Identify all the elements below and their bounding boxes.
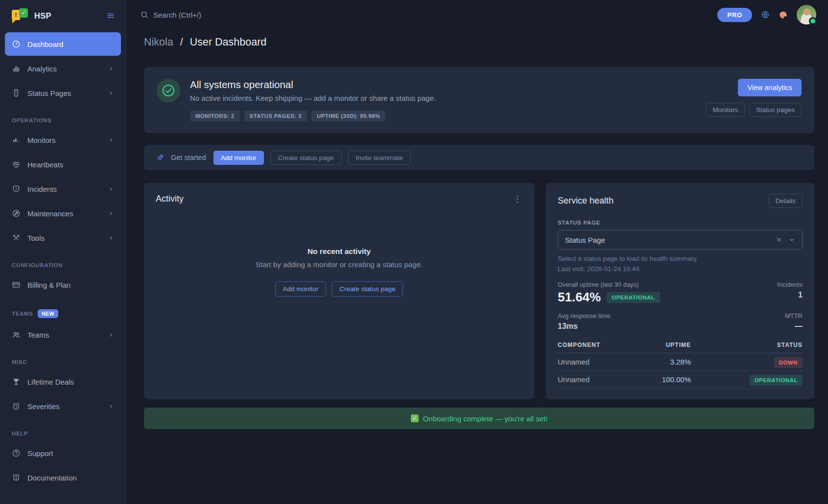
book-icon xyxy=(12,473,21,482)
onboarding-banner: ✓ Onboarding complete — you're all set! xyxy=(144,408,814,429)
component-uptime: 100.00% xyxy=(631,375,691,384)
search-bar[interactable] xyxy=(140,10,717,19)
hero-stat-chip: STATUS PAGES: 3 xyxy=(244,111,307,121)
sidebar-item-incidents[interactable]: Incidents xyxy=(5,177,121,201)
clear-icon[interactable] xyxy=(776,236,782,243)
main-area: PRO Nikola / User Dashboard All systems … xyxy=(126,0,828,504)
sidebar-nav: DashboardAnalyticsStatus PagesOPERATIONS… xyxy=(0,32,126,489)
monitors-button[interactable]: Monitors xyxy=(706,103,745,117)
new-badge: NEW xyxy=(38,309,58,318)
breadcrumb-separator: / xyxy=(180,36,183,48)
add-monitor-button[interactable]: Add monitor xyxy=(213,151,264,165)
sidebar-section-misc: MISC xyxy=(12,359,114,365)
sidebar-item-lifetime-deals[interactable]: Lifetime Deals xyxy=(5,370,121,393)
uptime-status-badge: OPERATIONAL xyxy=(607,292,660,303)
hero-subtitle: No active incidents. Keep shipping — add… xyxy=(190,94,706,102)
search-icon xyxy=(140,10,149,19)
chevron-right-icon xyxy=(108,210,114,217)
view-analytics-button[interactable]: View analytics xyxy=(738,79,802,96)
sidebar-item-billing-plan[interactable]: Billing & Plan xyxy=(5,273,121,297)
uptime-value: 51.64% xyxy=(558,290,601,305)
last-visit-text: Last visit: 2026-01-24 10:44 xyxy=(558,265,803,273)
kebab-menu-icon[interactable]: ⋮ xyxy=(511,193,523,205)
sidebar-section-help: HELP xyxy=(12,431,114,436)
sidebar-item-monitors[interactable]: Monitors xyxy=(5,128,121,152)
sidebar-item-support[interactable]: Support xyxy=(5,441,121,465)
sidebar-item-maintenances[interactable]: Maintenances xyxy=(5,202,121,225)
component-row: Unnamed100.00%OPERATIONAL xyxy=(558,371,803,389)
component-row: Unnamed3.28%DOWN xyxy=(558,353,803,371)
onboarding-text: Onboarding complete — you're all set! xyxy=(423,414,548,423)
tools-icon xyxy=(12,233,21,242)
hero-stat-chip: UPTIME (30D): 99.98% xyxy=(311,111,385,121)
components-table-body: Unnamed3.28%DOWNUnnamed100.00%OPERATIONA… xyxy=(558,353,803,389)
sidebar-item-dashboard[interactable]: Dashboard xyxy=(5,32,121,56)
chevron-right-icon xyxy=(108,186,114,192)
sidebar-item-tools[interactable]: Tools xyxy=(5,226,121,250)
search-input[interactable] xyxy=(153,11,359,19)
details-button[interactable]: Details xyxy=(769,194,803,208)
chevron-right-icon xyxy=(108,403,114,410)
component-name: Unnamed xyxy=(558,358,631,366)
breadcrumb: Nikola / User Dashboard xyxy=(144,36,814,48)
status-hero-card: All systems operational No active incide… xyxy=(144,67,814,133)
status-pages-icon xyxy=(12,89,21,97)
empty-state-title: No recent activity xyxy=(308,247,371,256)
sidebar-section-teams: TEAMSNEW xyxy=(12,309,114,318)
hero-title: All systems operational xyxy=(190,79,706,91)
sidebar-item-analytics[interactable]: Analytics xyxy=(5,57,121,80)
empty-add-monitor-button[interactable]: Add monitor xyxy=(275,281,327,297)
get-started-label: Get started xyxy=(171,154,206,161)
chevron-right-icon xyxy=(108,235,114,241)
check-circle-icon xyxy=(157,79,180,102)
components-table: COMPONENT UPTIME STATUS Unnamed3.28%DOWN… xyxy=(558,338,803,389)
incidents-value: 1 xyxy=(777,291,803,299)
activity-title: Activity xyxy=(156,194,522,204)
activity-card: Activity ⋮ No recent activity Start by a… xyxy=(144,183,534,399)
page-content: Nikola / User Dashboard All systems oper… xyxy=(126,29,828,429)
heartbeats-icon xyxy=(12,160,21,169)
sidebar-item-documentation[interactable]: Documentation xyxy=(5,466,121,489)
teams-icon xyxy=(12,330,21,339)
create-status-page-button[interactable]: Create status page xyxy=(270,151,342,165)
status-page-select[interactable]: Status Page xyxy=(558,230,803,250)
sidebar-item-heartbeats[interactable]: Heartbeats xyxy=(5,153,121,176)
check-emoji: ✓ xyxy=(411,414,419,422)
chevron-down-icon[interactable] xyxy=(788,236,795,243)
empty-create-status-page-button[interactable]: Create status page xyxy=(331,281,403,297)
component-name: Unnamed xyxy=(558,375,631,384)
support-icon xyxy=(12,449,21,458)
palette-icon[interactable] xyxy=(779,10,788,20)
sidebar-item-severities[interactable]: Severities xyxy=(5,394,121,418)
hero-chips: MONITORS: 2STATUS PAGES: 3UPTIME (30D): … xyxy=(190,111,706,121)
alarm-icon xyxy=(12,402,21,411)
hero-stat-chip: MONITORS: 2 xyxy=(190,111,240,121)
select-helper-text: Select a status page to load its health … xyxy=(558,255,803,262)
mttr-value: — xyxy=(785,322,803,331)
menu-icon[interactable] xyxy=(106,11,115,20)
invite-teammate-button[interactable]: Invite teammate xyxy=(348,151,411,165)
status-page-label: STATUS PAGE xyxy=(558,220,803,226)
sidebar-item-teams[interactable]: Teams xyxy=(5,323,121,346)
avg-response-value: 13ms xyxy=(558,322,610,331)
uptime-label: Overall uptime (last 30 days) xyxy=(558,281,660,288)
sidebar-section-configuration: CONFIGURATION xyxy=(12,262,114,268)
chevron-right-icon xyxy=(108,137,114,143)
brand-row: ! ✓ HSP xyxy=(0,0,126,31)
sidebar-item-status-pages[interactable]: Status Pages xyxy=(5,81,121,105)
status-page-select-value: Status Page xyxy=(565,236,770,244)
service-health-title: Service health xyxy=(558,196,614,206)
brand-name: HSP xyxy=(34,11,51,21)
user-avatar[interactable] xyxy=(797,5,816,24)
component-status-badge: DOWN xyxy=(774,357,803,368)
breadcrumb-parent[interactable]: Nikola xyxy=(144,36,173,48)
chevron-right-icon xyxy=(108,90,114,96)
topbar-right: PRO xyxy=(717,5,816,24)
chevron-right-icon xyxy=(108,66,114,72)
pro-badge[interactable]: PRO xyxy=(717,8,752,22)
page-title: User Dashboard xyxy=(190,36,267,48)
component-uptime: 3.28% xyxy=(631,358,691,366)
chevron-right-icon xyxy=(108,332,114,338)
globe-icon[interactable] xyxy=(761,10,770,19)
status-pages-button[interactable]: Status pages xyxy=(749,103,802,117)
